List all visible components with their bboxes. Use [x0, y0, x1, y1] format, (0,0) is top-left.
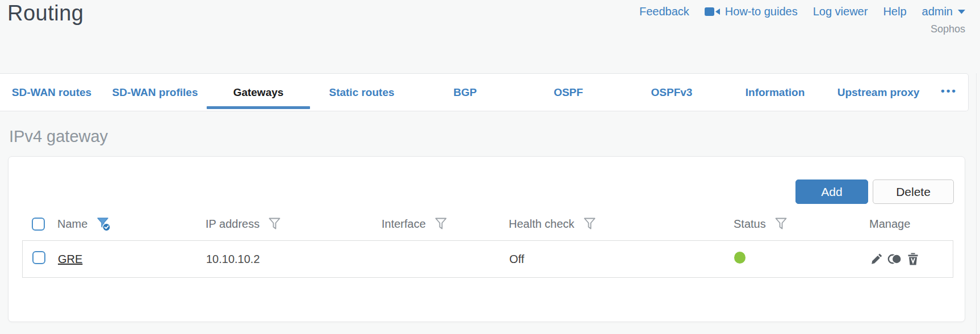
filter-active-icon[interactable]	[96, 216, 111, 232]
feedback-link[interactable]: Feedback	[639, 5, 689, 18]
row-health-cell: Off	[509, 253, 734, 266]
section-heading: IPv4 gateway	[9, 127, 108, 146]
filter-icon[interactable]	[583, 217, 597, 231]
gateway-name-link[interactable]: GRE	[58, 253, 82, 265]
tab-sd-wan-routes[interactable]: SD-WAN routes	[0, 74, 103, 111]
row-checkbox[interactable]	[32, 251, 45, 264]
edit-pencil-icon[interactable]	[870, 252, 883, 266]
column-label-ip-address: IP address	[206, 218, 259, 231]
howto-guides-link[interactable]: How-to guides	[705, 5, 798, 18]
filter-icon[interactable]	[774, 217, 788, 231]
log-viewer-link[interactable]: Log viewer	[813, 5, 868, 18]
help-link[interactable]: Help	[883, 5, 906, 18]
column-label-health-check: Health check	[509, 218, 575, 231]
delete-trash-icon[interactable]	[906, 252, 920, 266]
column-header-health-check: Health check	[509, 217, 734, 231]
column-header-interface: Interface	[382, 217, 509, 231]
user-menu-label: admin	[922, 5, 953, 18]
status-dot	[734, 252, 746, 264]
ip-address-value: 10.10.10.2	[206, 253, 260, 265]
table-row: GRE 10.10.10.2 Off	[22, 240, 953, 278]
tab-sd-wan-profiles[interactable]: SD-WAN profiles	[103, 74, 207, 111]
column-header-name: Name	[57, 216, 206, 232]
row-ip-cell: 10.10.10.2	[206, 253, 382, 266]
column-label-status: Status	[734, 218, 766, 231]
scrollbar-track-edge	[976, 73, 977, 334]
column-header-ip-address: IP address	[206, 217, 382, 231]
howto-guides-label: How-to guides	[725, 5, 798, 18]
row-manage-cell	[870, 252, 953, 266]
select-all-cell	[22, 218, 57, 231]
ipv4-gateway-panel: Add Delete Name IP address	[8, 156, 965, 322]
tab-bar: SD-WAN routes SD-WAN profiles Gateways S…	[0, 73, 969, 111]
column-label-manage: Manage	[869, 218, 910, 231]
more-tabs-button[interactable]: •••	[930, 74, 968, 111]
tab-information[interactable]: Information	[723, 74, 827, 111]
table-header: Name IP address Interface	[22, 210, 953, 238]
toolbar: Add Delete	[795, 179, 954, 204]
row-name-cell: GRE	[58, 253, 206, 266]
row-select-cell	[23, 251, 58, 267]
row-status-cell	[734, 252, 870, 266]
more-tabs-icon: •••	[941, 85, 957, 97]
column-label-interface: Interface	[382, 218, 426, 231]
tab-ospfv3[interactable]: OSPFv3	[620, 74, 723, 111]
user-menu-button[interactable]: admin	[922, 5, 965, 18]
video-camera-icon	[705, 7, 720, 16]
tab-upstream-proxy[interactable]: Upstream proxy	[827, 74, 930, 111]
top-nav: Feedback How-to guides Log viewer Help a…	[639, 5, 965, 18]
delete-button[interactable]: Delete	[873, 179, 954, 204]
column-header-manage: Manage	[869, 218, 953, 231]
tab-ospf[interactable]: OSPF	[517, 74, 620, 111]
tab-bgp[interactable]: BGP	[413, 74, 517, 111]
column-header-status: Status	[734, 217, 869, 231]
filter-icon[interactable]	[268, 217, 282, 231]
filter-icon[interactable]	[434, 217, 448, 231]
clone-icon[interactable]	[887, 252, 902, 266]
tab-static-routes[interactable]: Static routes	[310, 74, 413, 111]
brand-label: Sophos	[931, 23, 965, 35]
select-all-checkbox[interactable]	[32, 218, 45, 231]
column-label-name: Name	[57, 218, 87, 231]
caret-down-icon	[958, 9, 965, 14]
health-check-value: Off	[509, 253, 524, 265]
tab-gateways[interactable]: Gateways	[207, 74, 310, 111]
add-button[interactable]: Add	[795, 179, 868, 204]
page-title: Routing	[7, 1, 83, 26]
